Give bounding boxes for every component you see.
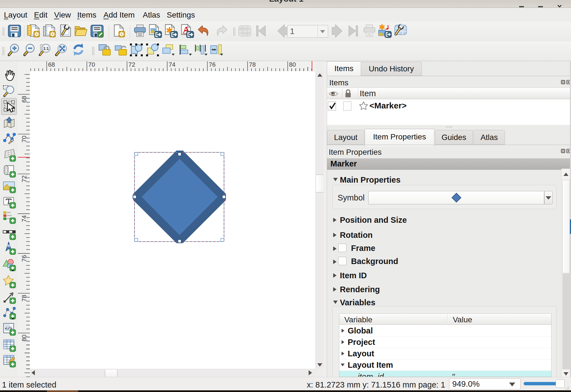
svg-text:74: 74: [21, 215, 28, 222]
svg-text:68: 68: [21, 96, 28, 103]
svg-text:76: 76: [209, 61, 216, 68]
svg-text:80: 80: [21, 335, 28, 341]
svg-text:76: 76: [21, 255, 28, 262]
svg-text:1:1: 1:1: [43, 46, 49, 51]
svg-text:68: 68: [48, 61, 55, 68]
svg-text:80: 80: [289, 61, 296, 68]
svg-text:72: 72: [129, 61, 135, 68]
svg-text:78: 78: [249, 61, 256, 68]
svg-text:70: 70: [88, 61, 95, 68]
svg-text:N: N: [7, 244, 10, 248]
svg-text:70: 70: [21, 136, 28, 142]
svg-text:72: 72: [21, 175, 28, 182]
svg-text:78: 78: [21, 295, 28, 301]
svg-text:74: 74: [169, 61, 175, 68]
